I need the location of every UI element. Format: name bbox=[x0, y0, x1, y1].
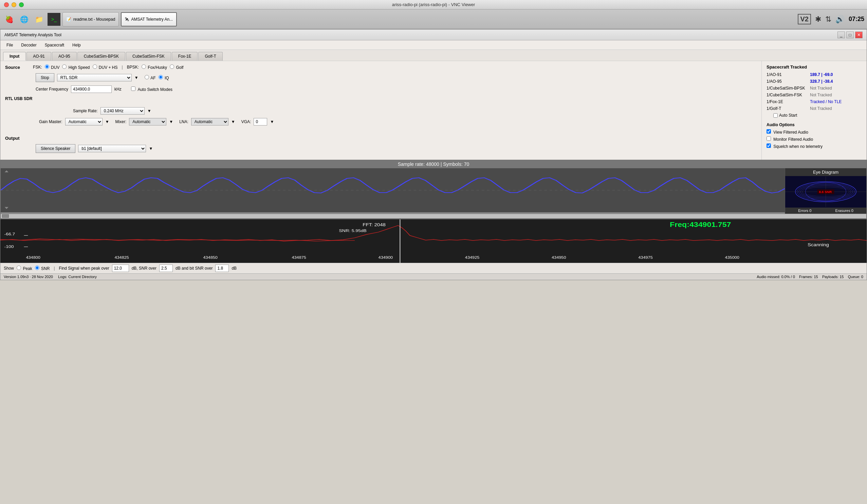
monitor-filtered-row: Monitor Filtered Audio bbox=[767, 136, 862, 142]
bpsk-label: BPSK: bbox=[127, 65, 139, 69]
taskbar-amsat[interactable]: 🛰 AMSAT Telemetry An... bbox=[121, 12, 177, 26]
menu-file[interactable]: File bbox=[3, 42, 16, 48]
stop-row: Stop RTL SDR ▼ AF IQ bbox=[36, 73, 757, 82]
stop-button[interactable]: Stop bbox=[36, 73, 54, 82]
monitor-filtered-checkbox[interactable] bbox=[767, 136, 771, 141]
svg-text:435000: 435000 bbox=[725, 255, 739, 260]
tab-golft[interactable]: Golf-T bbox=[198, 52, 222, 61]
app-window: AMSAT Telemetry Analysis Tool _ □ ✕ File… bbox=[0, 29, 867, 280]
svg-text:Scanning: Scanning bbox=[807, 242, 829, 247]
monitor-filtered-label: Monitor Filtered Audio bbox=[773, 137, 813, 142]
svg-text:434975: 434975 bbox=[638, 255, 653, 260]
app-restore-btn[interactable]: □ bbox=[846, 32, 854, 38]
view-filtered-row: View Filtered Audio bbox=[767, 129, 862, 135]
audio-title: Audio Options bbox=[767, 122, 862, 127]
app-close-btn[interactable]: ✕ bbox=[855, 32, 863, 38]
taskbar: 🍓 🌐 📁 >_ 📝 readme.txt - Mousepad 🛰 AMSAT… bbox=[0, 10, 867, 29]
gain-arrow: ▼ bbox=[105, 119, 109, 124]
bpsk-foxhusky-radio[interactable] bbox=[141, 64, 146, 69]
khz-label: kHz bbox=[115, 87, 121, 91]
fsk-duvhs-radio[interactable] bbox=[93, 64, 97, 69]
close-btn[interactable] bbox=[4, 2, 9, 7]
vga-input[interactable]: 0 bbox=[254, 118, 267, 125]
auto-start-checkbox[interactable] bbox=[773, 113, 778, 118]
fsk-duv-radio[interactable] bbox=[45, 64, 49, 69]
db-label1: dB, SNR over bbox=[132, 266, 157, 271]
tab-ao91[interactable]: AO-91 bbox=[26, 52, 51, 61]
peak-radio[interactable] bbox=[17, 265, 21, 270]
snr-db-input[interactable]: 2.5 bbox=[159, 265, 173, 272]
auto-switch-checkbox[interactable] bbox=[131, 87, 136, 91]
taskbar-mousepad[interactable]: 📝 readme.txt - Mousepad bbox=[63, 12, 119, 26]
svg-text:434950: 434950 bbox=[552, 255, 566, 260]
pipe2: | bbox=[54, 266, 55, 271]
sc-ao91-coords: 189.7 | -69.0 bbox=[810, 72, 833, 77]
snr-radio-label[interactable]: SNR bbox=[35, 265, 50, 271]
network-icon: ⇅ bbox=[825, 15, 831, 24]
svg-text:FFT: 2048: FFT: 2048 bbox=[363, 222, 386, 227]
silence-row: Silence Speaker b1 [default] ▼ bbox=[36, 144, 757, 153]
view-filtered-checkbox[interactable] bbox=[767, 129, 771, 134]
sc-fox1e-name: 1/Fox-1E bbox=[767, 99, 807, 104]
af-label[interactable]: AF bbox=[144, 75, 156, 80]
volume-icon: 🔊 bbox=[835, 15, 845, 24]
gain-master-dropdown[interactable]: Automatic bbox=[65, 118, 103, 125]
bpsk-foxhusky-label[interactable]: Fox/Husky bbox=[141, 64, 167, 70]
menu-decoder[interactable]: Decoder bbox=[18, 42, 40, 48]
source-label: Source bbox=[5, 65, 20, 70]
tab-cubesatsim-bpsk[interactable]: CubeSatSim-BPSK bbox=[77, 52, 125, 61]
fsk-duv-label[interactable]: DUV bbox=[45, 64, 60, 70]
fsk-highspeed-radio[interactable] bbox=[62, 64, 66, 69]
svg-text:8.6  SNR: 8.6 SNR bbox=[819, 190, 832, 194]
rtl-label: RTL USB SDR bbox=[5, 96, 32, 101]
silence-speaker-button[interactable]: Silence Speaker bbox=[36, 144, 75, 153]
audio-device-dropdown[interactable]: b1 [default] bbox=[78, 145, 146, 152]
tab-input[interactable]: Input bbox=[3, 52, 26, 61]
fsk-duvhs-label[interactable]: DUV + HS bbox=[93, 64, 118, 70]
app-minimize-btn[interactable]: _ bbox=[837, 32, 845, 38]
globe-icon[interactable]: 🌐 bbox=[18, 13, 31, 26]
auto-switch-label[interactable]: Auto Switch Modes bbox=[131, 87, 172, 92]
mixer-dropdown[interactable]: Automatic bbox=[129, 118, 166, 125]
mousepad-label: readme.txt - Mousepad bbox=[73, 17, 115, 22]
sc-ao91: 1/AO-91 189.7 | -69.0 bbox=[767, 72, 862, 77]
version-text: Version 1.09n3 · 28 Nov 2020 bbox=[4, 275, 53, 279]
center-freq-input[interactable]: 434900.0 bbox=[71, 86, 112, 93]
svg-text:434800: 434800 bbox=[26, 255, 40, 260]
fsk-highspeed-label[interactable]: High Speed bbox=[62, 64, 89, 70]
bpsk-golf-label[interactable]: Golf bbox=[170, 64, 183, 70]
squelch-checkbox[interactable] bbox=[767, 143, 771, 148]
minimize-btn[interactable] bbox=[12, 2, 16, 7]
app-controls: _ □ ✕ bbox=[837, 32, 863, 38]
raspi-icon[interactable]: 🍓 bbox=[3, 13, 15, 26]
lna-dropdown[interactable]: Automatic bbox=[191, 118, 228, 125]
tab-ao95[interactable]: AO-95 bbox=[52, 52, 77, 61]
pipe1: | bbox=[122, 65, 123, 69]
folder-icon[interactable]: 📁 bbox=[33, 13, 45, 26]
bpsk-golf-radio[interactable] bbox=[170, 64, 174, 69]
menu-spacecraft[interactable]: Spacecraft bbox=[41, 42, 67, 48]
peak-db-input[interactable]: 12.0 bbox=[112, 265, 129, 272]
queue-text: Queue: 0 bbox=[848, 275, 863, 279]
maximize-btn[interactable] bbox=[19, 2, 24, 7]
sample-rate-dropdown[interactable]: 0.240 MHz bbox=[100, 107, 144, 114]
waveform-scrollbar[interactable] bbox=[1, 214, 866, 218]
squelch-row: Squelch when no telemetry bbox=[767, 143, 862, 149]
erasures-label: Erasures 0 bbox=[835, 209, 854, 213]
db-label3: dB bbox=[232, 266, 237, 271]
bit-snr-input[interactable]: 1.8 bbox=[215, 265, 229, 272]
snr-radio[interactable] bbox=[35, 265, 39, 270]
bpsk-foxhusky-text: Fox/Husky bbox=[148, 65, 167, 70]
iq-radio[interactable] bbox=[159, 75, 163, 79]
scroll-thumb[interactable] bbox=[2, 214, 9, 218]
tabs: Input AO-91 AO-95 CubeSatSim-BPSK CubeSa… bbox=[0, 50, 867, 61]
source-dropdown[interactable]: RTL SDR bbox=[57, 74, 132, 81]
tab-fox1e[interactable]: Fox-1E bbox=[172, 52, 198, 61]
menu-help[interactable]: Help bbox=[69, 42, 84, 48]
sc-fox1e: 1/Fox-1E Tracked / No TLE bbox=[767, 99, 862, 104]
peak-label[interactable]: Peak bbox=[17, 265, 32, 271]
tab-cubesatsim-fsk[interactable]: CubeSatSim-FSK bbox=[126, 52, 171, 61]
af-radio[interactable] bbox=[144, 75, 149, 79]
terminal-icon[interactable]: >_ bbox=[47, 13, 61, 26]
iq-label[interactable]: IQ bbox=[159, 75, 169, 80]
